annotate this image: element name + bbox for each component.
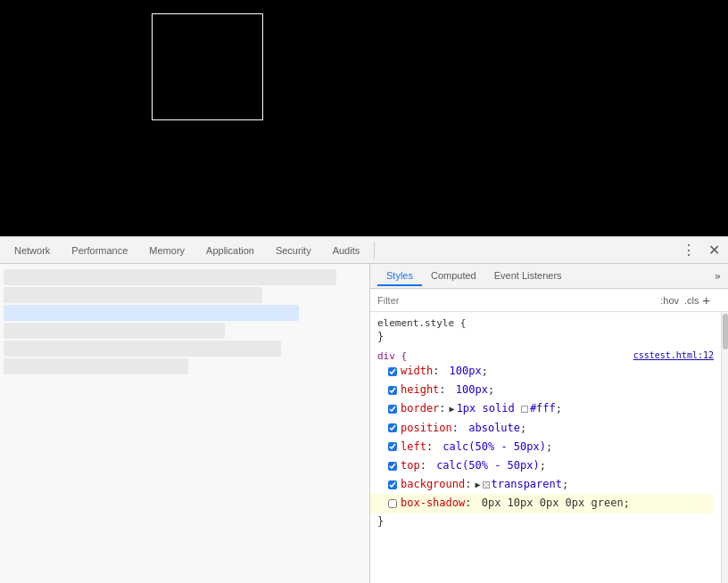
prop-value-background[interactable]: transparent [492, 476, 562, 493]
element-style-label: element.style { [377, 317, 466, 329]
prop-value-top[interactable]: calc(50% - 50px) [436, 457, 540, 474]
prop-checkbox-left[interactable] [388, 442, 397, 451]
dom-row-selected[interactable] [4, 305, 299, 321]
dom-row [4, 287, 262, 303]
prop-name-top: top [401, 457, 420, 474]
add-style-button[interactable]: + [703, 293, 710, 308]
styles-filter-input[interactable] [377, 295, 660, 306]
inner-tab-bar: Styles Computed Event Listeners » [370, 264, 728, 289]
prop-semicolon: ; [624, 495, 630, 512]
tab-security[interactable]: Security [265, 241, 322, 260]
prop-row-width: width: 100px; [377, 362, 714, 381]
dom-row [4, 341, 281, 357]
div-style-block: div { csstest.html:12 width: 100px; heig… [377, 350, 714, 528]
prop-name-background: background [401, 476, 465, 493]
prop-row-top: top: calc(50% - 50px); [377, 456, 714, 475]
more-tabs-chevron[interactable]: » [715, 270, 721, 283]
tab-audits[interactable]: Audits [322, 241, 371, 260]
browser-viewport [0, 0, 728, 236]
tab-bar-divider [374, 242, 375, 259]
dom-tree-panel [0, 264, 370, 583]
prop-value-left[interactable]: calc(50% - 50px) [443, 439, 546, 456]
prop-name-box-shadow: box-shadow [401, 495, 465, 512]
hov-button[interactable]: :hov [660, 295, 679, 306]
prop-semicolon: ; [546, 439, 552, 456]
tab-performance[interactable]: Performance [61, 241, 138, 260]
tab-memory[interactable]: Memory [138, 241, 195, 260]
prop-row-left: left: calc(50% - 50px); [377, 438, 714, 456]
more-options-button[interactable]: ⋮ [678, 240, 699, 261]
element-style-selector: element.style { [377, 317, 714, 329]
background-expand-arrow[interactable]: ▶ [475, 478, 480, 492]
close-devtools-button[interactable]: ✕ [703, 240, 724, 261]
div-style-selector: div { csstest.html:12 [377, 350, 714, 362]
styles-scrollbar[interactable] [721, 312, 728, 583]
prop-name-border: border [401, 400, 439, 417]
prop-checkbox-border[interactable] [388, 405, 397, 414]
prop-name-left: left [401, 439, 426, 456]
prop-semicolon: ; [540, 457, 546, 474]
prop-colon: : [420, 457, 433, 474]
scrollbar-area [714, 289, 721, 311]
tab-event-listeners[interactable]: Event Listeners [485, 267, 571, 286]
tab-application[interactable]: Application [195, 241, 265, 260]
prop-row-height: height: 100px; [377, 381, 714, 399]
tab-network[interactable]: Network [4, 241, 61, 260]
prop-colon: : [452, 420, 465, 437]
prop-colon: : [439, 400, 445, 417]
prop-row-background: background: ▶ transparent; [377, 475, 714, 494]
prop-row-box-shadow: box-shadow: 0px 10px 0px 0px green; [370, 494, 714, 513]
prop-value-width[interactable]: 100px [450, 363, 482, 380]
devtools-panel: Network Performance Memory Application S… [0, 236, 728, 583]
styles-content-area: element.style { } div { csstest.html:12 [370, 312, 721, 583]
prop-value-position[interactable]: absolute [468, 420, 520, 437]
prop-row-position: position: absolute; [377, 419, 714, 438]
prop-value-border[interactable]: 1px solid [457, 400, 521, 417]
panel-split: Styles Computed Event Listeners » :hov .… [0, 264, 728, 583]
tab-computed[interactable]: Computed [422, 267, 485, 286]
prop-row-border: border: ▶ 1px solid #fff; [377, 399, 714, 418]
devtools-tab-bar: Network Performance Memory Application S… [0, 237, 728, 264]
prop-name-width: width [401, 363, 433, 380]
scrollbar-thumb[interactable] [723, 314, 728, 349]
styles-filter-bar: :hov .cls + [370, 289, 728, 312]
prop-value-border-color[interactable]: #fff [530, 400, 556, 417]
prop-checkbox-box-shadow[interactable] [388, 499, 397, 508]
tab-bar-icons: ⋮ ✕ [678, 240, 724, 261]
styles-panel: Styles Computed Event Listeners » :hov .… [370, 264, 728, 583]
tab-styles[interactable]: Styles [377, 267, 422, 286]
div-style-closing: } [377, 515, 714, 528]
prop-colon: : [439, 382, 451, 398]
prop-checkbox-position[interactable] [388, 423, 397, 432]
dom-row [4, 269, 336, 285]
prop-colon: : [426, 439, 439, 456]
prop-colon: : [433, 363, 445, 380]
prop-value-box-shadow[interactable]: 0px 10px 0px 0px green [482, 495, 624, 512]
prop-semicolon: ; [556, 400, 562, 417]
prop-checkbox-width[interactable] [388, 367, 397, 376]
style-source-link[interactable]: csstest.html:12 [633, 350, 714, 360]
prop-colon: : [465, 495, 477, 512]
prop-checkbox-height[interactable] [388, 386, 397, 395]
dom-row [4, 358, 188, 374]
border-expand-arrow[interactable]: ▶ [450, 402, 455, 416]
element-style-block: element.style { } [377, 316, 714, 345]
div-selector-text: div { [377, 350, 407, 362]
background-color-swatch[interactable] [483, 481, 490, 489]
dom-row [4, 323, 225, 339]
prop-name-position: position [401, 420, 452, 437]
prop-semicolon: ; [482, 363, 488, 380]
prop-colon: : [465, 476, 471, 493]
prop-value-height[interactable]: 100px [456, 382, 488, 398]
prop-checkbox-background[interactable] [388, 480, 397, 489]
prop-semicolon: ; [520, 420, 526, 437]
prop-name-height: height [401, 382, 439, 398]
prop-checkbox-top[interactable] [388, 462, 397, 471]
cls-button[interactable]: .cls [684, 295, 699, 306]
prop-semicolon: ; [488, 382, 494, 398]
border-color-swatch[interactable] [521, 406, 528, 413]
css-demo-box [152, 13, 263, 120]
element-style-closing: } [377, 331, 714, 343]
prop-semicolon: ; [562, 476, 568, 493]
